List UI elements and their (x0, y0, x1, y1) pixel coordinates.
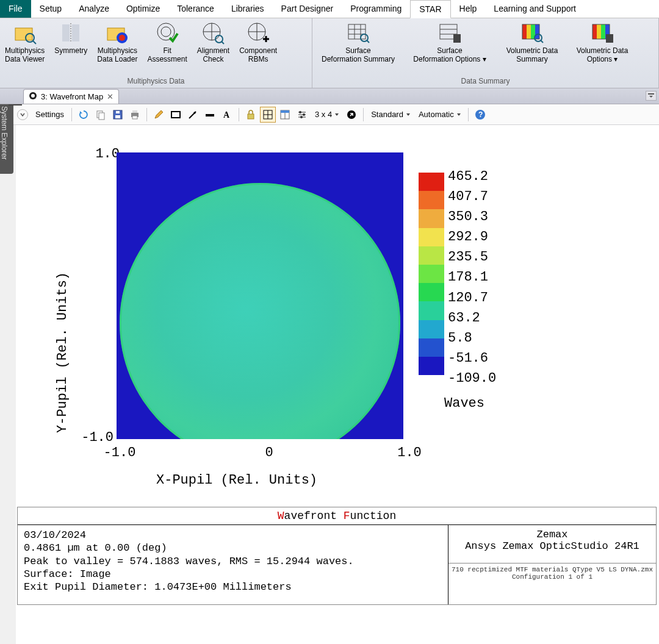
document-tab-bar: 3: Wavefront Map ✕ (0, 88, 659, 104)
menu-file[interactable]: File (0, 0, 31, 18)
svg-point-72 (300, 116, 303, 118)
ribbon-label: Deformation Options ▾ (413, 55, 486, 63)
svg-rect-4 (72, 24, 79, 41)
standard-select[interactable]: Standard (367, 110, 414, 119)
menu-learning[interactable]: Learning and Support (485, 0, 585, 18)
help-icon[interactable]: ? (472, 107, 488, 123)
ribbon-label: Data Viewer (5, 55, 45, 63)
grid-view-icon[interactable] (260, 107, 276, 123)
info-details: 03/10/2024 0.4861 µm at 0.00 (deg) Peak … (18, 525, 448, 604)
colorbar-title: Waves (444, 396, 484, 411)
document-tab-title: 3: Wavefront Map (41, 92, 103, 101)
wavefront-heatmap[interactable] (117, 152, 403, 439)
x-tick: -1.0 (98, 445, 141, 460)
y-axis-label: Y-Pupil (Rel. Units) (55, 272, 70, 433)
svg-rect-58 (206, 114, 214, 116)
menu-help[interactable]: Help (451, 0, 486, 18)
ribbon-label: Surface (345, 46, 370, 55)
ribbon-label: Volumetric Data (506, 46, 558, 55)
menu-optimize[interactable]: Optimize (118, 0, 168, 18)
y-tick: -1.0 (77, 430, 113, 445)
svg-line-27 (367, 40, 369, 43)
grid-magnify-icon (346, 21, 370, 45)
ribbon: Multiphysics Data Viewer Symmetry Multip… (0, 18, 659, 88)
folder-heatcircle-icon (105, 21, 129, 45)
ribbon-label: Multiphysics (5, 46, 45, 55)
ribbon-alignment-check[interactable]: Alignment Check (192, 18, 234, 76)
menu-star[interactable]: STAR (410, 0, 450, 18)
pencil-icon[interactable] (151, 107, 167, 123)
svg-rect-35 (535, 24, 539, 39)
svg-rect-21 (348, 24, 366, 39)
ribbon-label: Symmetry (54, 46, 87, 55)
svg-rect-49 (99, 113, 104, 120)
menu-setup[interactable]: Setup (31, 0, 71, 18)
copy-icon[interactable] (93, 107, 109, 123)
rectangle-tool-icon[interactable] (168, 107, 184, 123)
ribbon-group-label: Data Summary (312, 76, 658, 88)
colorbar: 465.2407.7350.3292.9235.5178.1120.763.25… (419, 173, 444, 375)
svg-rect-31 (453, 34, 461, 43)
ribbon-volumetric-summary[interactable]: Volumetric Data Summary (495, 18, 569, 76)
svg-rect-47 (648, 93, 654, 95)
text-tool-icon[interactable]: A (219, 107, 235, 123)
settings-button[interactable]: Settings (32, 110, 68, 119)
print-icon[interactable] (127, 107, 143, 123)
line-weight-icon[interactable] (202, 107, 218, 123)
layout-icon[interactable] (277, 107, 293, 123)
ribbon-label: Fit (163, 46, 171, 55)
x-tick: 1.0 (388, 445, 431, 460)
svg-rect-54 (132, 110, 137, 113)
menu-tolerance[interactable]: Tolerance (168, 0, 223, 18)
ribbon-multiphysics-data-viewer[interactable]: Multiphysics Data Viewer (0, 18, 49, 76)
analysis-info-panel: Wavefront Function 03/10/2024 0.4861 µm … (17, 507, 657, 605)
svg-line-15 (221, 41, 224, 44)
menu-part-designer[interactable]: Part Designer (273, 0, 342, 18)
ribbon-volumetric-options[interactable]: Volumetric Data Options ▾ (569, 18, 636, 76)
target-check-icon (155, 21, 179, 45)
ribbon-label: RBMs (248, 55, 268, 63)
svg-rect-39 (592, 24, 597, 39)
info-file: 710 recptimized MTF materials QType V5 L… (448, 564, 656, 589)
close-icon[interactable]: ✕ (107, 92, 113, 101)
ribbon-multiphysics-data-loader[interactable]: Multiphysics Data Loader (92, 18, 142, 76)
ribbon-fit-assessment[interactable]: Fit Assessment (142, 18, 192, 76)
settings-expand-button[interactable] (17, 109, 28, 120)
svg-rect-41 (601, 24, 605, 39)
svg-line-2 (33, 41, 36, 44)
ribbon-surface-def-options[interactable]: Surface Deformation Options ▾ (404, 18, 495, 76)
automatic-select[interactable]: Automatic (415, 110, 464, 119)
circle-arrow-icon[interactable] (344, 107, 359, 123)
menu-libraries[interactable]: Libraries (223, 0, 273, 18)
svg-rect-44 (606, 34, 613, 43)
lock-icon[interactable] (243, 107, 259, 123)
menu-analyze[interactable]: Analyze (70, 0, 118, 18)
menu-programming[interactable]: Programming (342, 0, 410, 18)
ribbon-component-rbms[interactable]: Component RBMs (234, 18, 282, 76)
svg-rect-60 (248, 114, 254, 119)
grid-size-select[interactable]: 3 x 4 (311, 110, 342, 119)
svg-point-46 (31, 94, 35, 98)
save-icon[interactable] (110, 107, 126, 123)
ribbon-surface-def-summary[interactable]: Surface Deformation Summary (312, 18, 404, 76)
ribbon-group-label: Multiphysics Data (0, 76, 312, 88)
ribbon-label: Summary (516, 55, 547, 63)
svg-rect-32 (522, 24, 527, 39)
arrow-tool-icon[interactable] (185, 107, 201, 123)
sliders-icon[interactable] (294, 107, 310, 123)
symmetry-icon (59, 21, 83, 45)
svg-rect-51 (115, 115, 120, 118)
target-plus-icon (246, 21, 270, 45)
grid-options-icon (438, 21, 462, 45)
document-tab-wavefront-map[interactable]: 3: Wavefront Map ✕ (23, 89, 119, 104)
refresh-icon[interactable] (76, 107, 92, 123)
info-vendor: Zemax Ansys Zemax OpticStudio 24R1 (448, 525, 656, 564)
analysis-view: Y-Pupil (Rel. Units) 1.0 0 -1.0 -1.0 0 1… (16, 125, 659, 644)
analysis-toolbar: Settings A 3 x 4 Standard Automatic ? (0, 104, 659, 125)
ribbon-symmetry[interactable]: Symmetry (49, 18, 92, 76)
tab-overflow-button[interactable] (646, 91, 657, 101)
lens-icon (29, 91, 37, 102)
svg-text:A: A (223, 110, 230, 120)
ribbon-label: Surface (437, 46, 462, 55)
target-magnify-icon (201, 21, 225, 45)
